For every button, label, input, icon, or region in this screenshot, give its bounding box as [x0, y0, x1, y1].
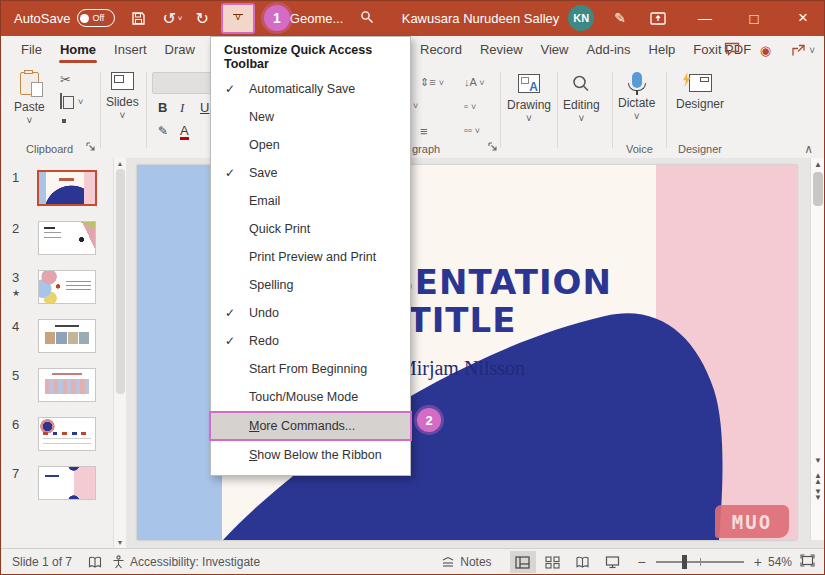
designer-button[interactable]: Designer — [676, 74, 724, 111]
convert-smartart-button[interactable]: ▫▫ ˅ — [464, 124, 480, 136]
tab-record[interactable]: Record — [411, 36, 471, 64]
view-reading-button[interactable] — [570, 551, 596, 573]
zoom-slider-thumb[interactable] — [682, 555, 687, 569]
zoom-slider[interactable] — [656, 561, 744, 563]
justify-button[interactable]: ≡ — [420, 124, 428, 139]
undo-chevron-icon[interactable]: ˅ — [178, 14, 183, 23]
slide-number-column: 4 — [6, 319, 32, 334]
tab-insert[interactable]: Insert — [105, 36, 156, 64]
menu-item-print-preview-and-print[interactable]: Print Preview and Print — [211, 243, 410, 271]
notes-button[interactable]: Notes — [441, 555, 491, 569]
avatar[interactable]: KN — [568, 5, 594, 31]
undo-button[interactable]: ↺˅ — [162, 9, 182, 28]
cut-button[interactable]: ✂ — [60, 72, 71, 87]
menu-item-quick-print[interactable]: Quick Print — [211, 215, 410, 243]
save-button[interactable] — [131, 11, 146, 26]
fit-to-window-button[interactable] — [800, 554, 815, 570]
scroll-down-icon[interactable]: ▼ — [814, 456, 822, 465]
copy-chevron-icon[interactable]: ˅ — [78, 97, 83, 107]
menu-item-touch-mouse-mode[interactable]: Touch/Mouse Mode — [211, 383, 410, 411]
menu-item-open[interactable]: Open — [211, 131, 410, 159]
tab-add-ins[interactable]: Add-ins — [578, 36, 640, 64]
collapse-ribbon-button[interactable]: ∧ — [804, 142, 813, 156]
menu-item-show-below-the-ribbon[interactable]: Show Below the Ribbon — [211, 441, 410, 469]
align-text-button[interactable]: ▫ ˅ — [464, 100, 476, 112]
main-scrollbar[interactable]: ▲ ▼ ▲▲ ▼▼ — [810, 158, 825, 540]
line-spacing-button[interactable]: ⇕≡ ˅ — [420, 76, 444, 89]
main-scroll-thumb[interactable] — [813, 172, 823, 206]
text-direction-button[interactable]: ↓A ˅ — [464, 76, 485, 88]
italic-button[interactable]: I — [180, 100, 184, 116]
zoom-out-button[interactable]: − — [638, 554, 646, 570]
font-color-button[interactable]: A — [180, 124, 189, 140]
menu-item-save[interactable]: ✓Save — [211, 159, 410, 187]
slide-number-column: 5 — [6, 368, 32, 383]
tab-review[interactable]: Review — [471, 36, 532, 64]
tab-view[interactable]: View — [532, 36, 578, 64]
panel-scroll-thumb[interactable] — [116, 169, 125, 394]
previous-slide-button[interactable]: ▲▲ — [814, 473, 822, 485]
hidden-button-chevron[interactable]: ˅ — [413, 101, 418, 111]
tab-file[interactable]: File — [12, 36, 51, 64]
menu-item-redo[interactable]: ✓Redo — [211, 327, 410, 355]
menu-item-email[interactable]: Email — [211, 187, 410, 215]
redo-button[interactable]: ↻ — [195, 9, 208, 28]
slide-thumbnail-6[interactable] — [38, 417, 96, 451]
slide-thumbnail-2[interactable] — [38, 221, 96, 255]
menu-item-label: Start From Beginning — [249, 362, 367, 376]
menu-item-new[interactable]: New — [211, 103, 410, 131]
paste-button[interactable]: Paste ˅ — [14, 72, 45, 126]
scroll-up-icon[interactable]: ▲ — [117, 160, 124, 167]
menu-item-undo[interactable]: ✓Undo — [211, 299, 410, 327]
tab-home[interactable]: Home — [51, 36, 105, 64]
share-window-button[interactable] — [650, 12, 666, 25]
quick-access-toolbar-dropdown-button[interactable]: ˅ — [221, 3, 255, 34]
close-button[interactable]: × — [793, 8, 813, 28]
view-slideshow-button[interactable] — [600, 551, 626, 573]
autosave-label: AutoSave — [14, 11, 70, 26]
autosave-toggle[interactable]: Off — [77, 9, 115, 27]
maximize-button[interactable]: □ — [744, 10, 764, 27]
menu-item-label: Show Below the Ribbon — [249, 448, 382, 462]
slide-thumbnail-1[interactable] — [37, 170, 97, 206]
record-button[interactable]: ◉ — [760, 43, 771, 58]
search-button[interactable] — [360, 10, 374, 27]
menu-item-more-commands[interactable]: More Commands... — [209, 411, 412, 441]
user-name[interactable]: Kawusara Nurudeen Salley — [402, 11, 560, 26]
menu-item-start-from-beginning[interactable]: Start From Beginning — [211, 355, 410, 383]
scroll-down-icon[interactable]: ▼ — [117, 539, 124, 546]
spellcheck-button[interactable] — [88, 556, 102, 569]
slide-thumbnail-panel: 123★4567 ▲▼ — [0, 158, 126, 548]
menubar-icons: ◉ ˅ — [724, 36, 815, 64]
highlight-pen-button[interactable]: ✎ — [158, 124, 168, 138]
comments-button[interactable] — [724, 42, 740, 59]
minimize-button[interactable]: — — [695, 10, 715, 26]
ink-pen-button[interactable]: ✎ — [614, 10, 626, 26]
bold-button[interactable]: B — [158, 100, 167, 115]
underline-button[interactable]: U — [200, 100, 209, 115]
slide-thumbnail-3[interactable] — [38, 270, 96, 304]
paragraph-dialog-launcher[interactable] — [488, 140, 497, 154]
new-slide-button[interactable]: Slides ˅ — [106, 72, 139, 121]
menu-item-spelling[interactable]: Spelling — [211, 271, 410, 299]
scroll-up-icon[interactable]: ▲ — [814, 160, 822, 169]
zoom-level[interactable]: 54% — [768, 555, 792, 569]
view-slide-sorter-button[interactable] — [540, 551, 566, 573]
slide-thumbnail-4[interactable] — [38, 319, 96, 353]
accessibility-checker[interactable]: Accessibility: Investigate — [112, 555, 260, 569]
clipboard-dialog-launcher[interactable] — [86, 140, 95, 154]
share-button[interactable]: ˅ — [791, 44, 815, 57]
editing-button[interactable]: Editing ˅ — [563, 74, 600, 124]
drawing-button[interactable]: Drawing ˅ — [507, 74, 551, 124]
view-normal-button[interactable] — [510, 551, 536, 573]
tab-help[interactable]: Help — [640, 36, 685, 64]
next-slide-button[interactable]: ▼▼ — [814, 489, 822, 501]
copy-button[interactable] — [60, 94, 62, 108]
slide-thumbnail-7[interactable] — [38, 466, 96, 500]
slide-thumbnail-5[interactable] — [38, 368, 96, 402]
dictate-button[interactable]: Dictate ˅ — [618, 72, 655, 122]
menu-item-automatically-save[interactable]: ✓Automatically Save — [211, 75, 410, 103]
zoom-in-button[interactable]: + — [754, 554, 762, 570]
panel-scrollbar[interactable]: ▲▼ — [113, 158, 126, 548]
tab-draw[interactable]: Draw — [156, 36, 204, 64]
